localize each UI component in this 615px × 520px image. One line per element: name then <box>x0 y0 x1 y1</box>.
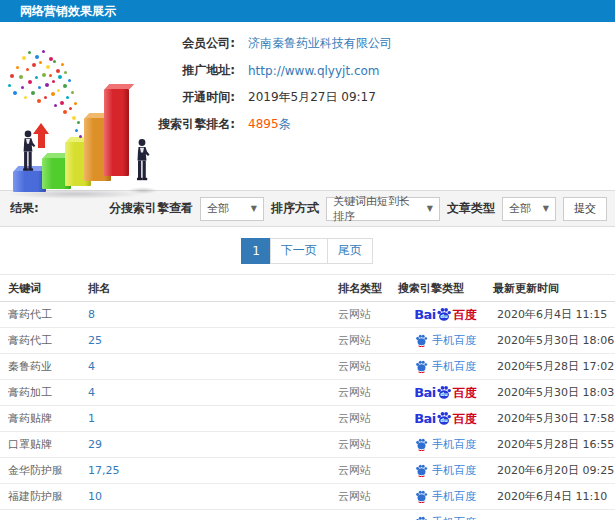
baidu-paw-icon <box>415 360 428 373</box>
confetti-dot <box>53 60 56 63</box>
confetti-dot <box>21 86 24 89</box>
keyword-cell: 口罩贴牌 <box>8 437 88 452</box>
filter-controls: 分搜索引擎查看 全部 ▼ 排序方式 关键词由短到长排序 ▼ 文章类型 全部 ▼ … <box>109 197 607 221</box>
confetti-dot <box>64 71 67 74</box>
rank-link[interactable]: 29 <box>88 438 338 451</box>
confetti-dot <box>28 80 32 84</box>
open-time-value: 2019年5月27日 09:17 <box>248 89 376 106</box>
confetti-dot <box>8 84 11 87</box>
table-row: 膏药代工25云网站 手机百度 2020年5月30日 18:06 <box>0 328 615 354</box>
confetti-dot <box>60 101 64 105</box>
mobile-baidu-logo: 手机百度 <box>415 464 476 477</box>
updated-cell: 2020年6月4日 11:15 <box>493 307 615 322</box>
member-info-list: 会员公司:济南秦鲁药业科技有限公司推广地址:http://www.qlyyjt.… <box>88 30 392 138</box>
engine-cell: 手机百度 <box>398 464 493 477</box>
mobile-baidu-label: 手机百度 <box>432 465 476 476</box>
keyword-cell: 金华防护服 <box>8 463 88 478</box>
page-button-next[interactable]: 下一页 <box>270 238 328 264</box>
sort-select[interactable]: 关键词由短到长排序 ▼ <box>326 197 440 221</box>
confetti-dot <box>39 61 42 64</box>
confetti-dot <box>35 76 38 79</box>
chevron-down-icon: ▼ <box>251 204 257 213</box>
keyword-cell: 膏药代工 <box>8 307 88 322</box>
rank-link[interactable]: 8 <box>88 308 338 321</box>
engine-cell: 手机百度 <box>398 334 493 347</box>
baidu-paw-icon: du <box>436 411 452 427</box>
info-row: 会员公司:济南秦鲁药业科技有限公司 <box>88 30 392 57</box>
engine-select[interactable]: 全部 ▼ <box>200 197 264 221</box>
member-company-link[interactable]: 济南秦鲁药业科技有限公司 <box>248 35 392 52</box>
updated-cell: 2020年5月28日 17:02 <box>493 359 615 374</box>
baidu-paw-icon: du <box>436 385 452 401</box>
summary-section: 会员公司:济南秦鲁药业科技有限公司推广地址:http://www.qlyyjt.… <box>0 22 615 190</box>
article-type-select[interactable]: 全部 ▼ <box>502 197 556 221</box>
mobile-baidu-label: 手机百度 <box>432 361 476 372</box>
mobile-baidu-logo: 手机百度 <box>415 516 476 520</box>
chevron-down-icon: ▼ <box>427 204 433 213</box>
mobile-baidu-logo: 手机百度 <box>415 334 476 347</box>
keyword-cell: 福建防护服 <box>8 489 88 504</box>
engine-cell: 手机百度 <box>398 516 493 520</box>
rank-type-cell: 云网站 <box>338 437 398 452</box>
engine-cell: Bai du 百度 <box>398 411 493 427</box>
page-button-last[interactable]: 尾页 <box>327 238 373 264</box>
page-button-current[interactable]: 1 <box>241 238 271 264</box>
article-type-label: 文章类型 <box>447 200 495 217</box>
confetti-dot <box>46 65 50 69</box>
info-label: 开通时间: <box>88 89 235 106</box>
businessman-figure <box>19 130 37 173</box>
mobile-baidu-logo: 手机百度 <box>415 438 476 451</box>
baidu-logo-cn: 百度 <box>453 309 477 321</box>
promo-url-link[interactable]: http://www.qlyyjt.com <box>248 64 380 78</box>
confetti-dot <box>49 74 52 77</box>
keyword-cell: 膏药代工 <box>8 333 88 348</box>
table-row: 膏药加工4云网站 Bai du 百度 2020年5月30日 18:03 <box>0 380 615 406</box>
rank-link[interactable]: 10 <box>88 490 338 503</box>
engine-cell: Bai du 百度 <box>398 307 493 323</box>
title-bar: 网络营销效果展示 <box>0 0 615 22</box>
baidu-paw-icon <box>415 490 428 503</box>
svg-text:du: du <box>440 313 448 319</box>
confetti-dot <box>61 63 64 66</box>
table-header-col-updated: 最新更新时间 <box>493 281 615 296</box>
baidu-logo-cn: 百度 <box>453 387 477 399</box>
confetti-dot <box>37 99 41 103</box>
confetti-dot <box>42 73 46 77</box>
confetti-dot <box>32 63 36 67</box>
mobile-baidu-label: 手机百度 <box>432 335 476 346</box>
updated-cell: 2020年5月28日 16:55 <box>493 437 615 452</box>
page-title: 网络营销效果展示 <box>20 4 116 18</box>
confetti-dot <box>74 102 77 105</box>
rank-link[interactable]: 1 <box>88 412 338 425</box>
keyword-cell: 膏药贴牌 <box>8 411 88 426</box>
updated-cell: 2020年5月30日 18:03 <box>493 385 615 400</box>
confetti-dot <box>51 92 55 96</box>
confetti-dot <box>45 83 49 87</box>
rank-link[interactable]: 4 <box>88 386 338 399</box>
engine-filter-label: 分搜索引擎查看 <box>109 200 193 217</box>
mobile-baidu-label: 手机百度 <box>432 491 476 502</box>
table-header-col-keyword: 关键词 <box>8 281 88 296</box>
sort-select-value: 关键词由短到长排序 <box>333 194 421 224</box>
confetti-dot <box>52 80 55 83</box>
rank-link[interactable]: 25 <box>88 334 338 347</box>
rank-count-number: 4895 <box>248 117 279 131</box>
confetti-dot <box>79 135 82 138</box>
confetti-dot <box>16 66 19 69</box>
rank-link[interactable]: 17,25 <box>88 464 338 477</box>
info-label: 推广地址: <box>88 62 235 79</box>
table-body: 膏药代工8云网站 Bai du 百度 2020年6月4日 11:15膏药代工25… <box>0 302 615 520</box>
chevron-down-icon: ▼ <box>543 204 549 213</box>
table-row: 膏药代工8云网站 Bai du 百度 2020年6月4日 11:15 <box>0 302 615 328</box>
engine-cell: 手机百度 <box>398 438 493 451</box>
search-engine-rank-count: 4895条 <box>248 116 291 133</box>
submit-button[interactable]: 提交 <box>563 197 607 221</box>
baidu-paw-icon <box>415 516 428 520</box>
rank-type-cell: 云网站 <box>338 463 398 478</box>
rank-type-cell: 云网站 <box>338 489 398 504</box>
confetti-dot <box>63 84 67 88</box>
baidu-pc-logo: Bai du 百度 <box>414 385 477 401</box>
table-row: 膏药贴牌1云网站 Bai du 百度 2020年5月30日 17:58 <box>0 406 615 432</box>
rank-link[interactable]: 4 <box>88 360 338 373</box>
confetti-dot <box>54 104 57 107</box>
